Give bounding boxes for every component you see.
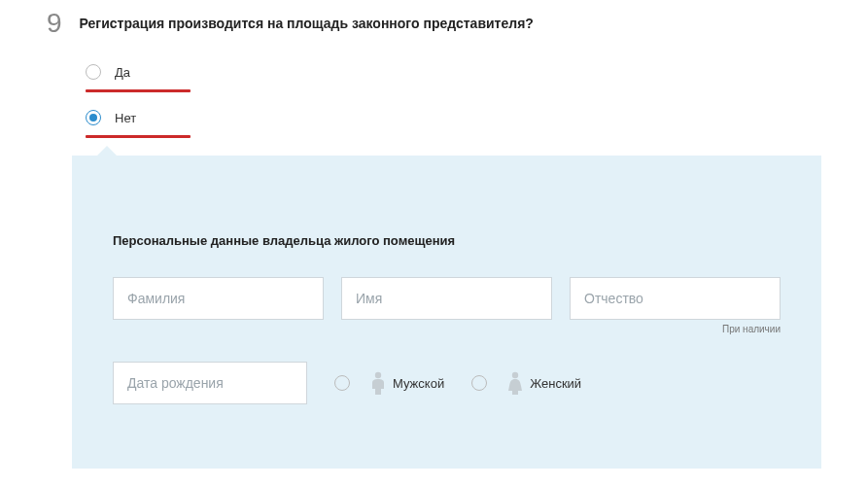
- gender-option-female[interactable]: Женский: [471, 371, 581, 395]
- dob-input[interactable]: [113, 362, 307, 404]
- svg-point-0: [375, 372, 381, 378]
- firstname-input[interactable]: [341, 277, 552, 320]
- radio-label-no: Нет: [115, 111, 136, 125]
- patronymic-input[interactable]: [570, 277, 781, 320]
- patronymic-wrap: При наличии: [570, 277, 781, 334]
- owner-form-panel: Персональные данные владельца жилого пом…: [72, 156, 821, 469]
- radio-label-yes: Да: [115, 65, 130, 80]
- annotation-underline: [86, 89, 191, 92]
- radio-icon: [86, 64, 101, 80]
- gender-label-male: Мужской: [393, 376, 444, 391]
- svg-point-1: [512, 372, 518, 378]
- question-row: 9 Регистрация производится на площадь за…: [0, 0, 868, 37]
- gender-option-male[interactable]: Мужской: [334, 371, 444, 395]
- gender-label-female: Женский: [530, 376, 581, 391]
- lastname-input[interactable]: [113, 277, 324, 320]
- dob-gender-row: Мужской Женский: [113, 362, 781, 404]
- radio-icon: [471, 375, 487, 391]
- question-number: 9: [47, 10, 62, 37]
- patronymic-hint: При наличии: [570, 324, 781, 334]
- name-row: При наличии: [113, 277, 781, 334]
- section-title: Персональные данные владельца жилого пом…: [113, 233, 781, 248]
- gender-group: Мужской Женский: [334, 371, 581, 395]
- annotation-underline: [86, 135, 191, 138]
- male-icon: [369, 371, 387, 395]
- radio-icon: [334, 375, 350, 391]
- female-icon: [506, 371, 524, 395]
- radio-option-yes[interactable]: Да: [86, 64, 868, 80]
- question-text: Регистрация производится на площадь зако…: [80, 10, 534, 34]
- radio-group-representative: Да Нет: [86, 64, 868, 138]
- radio-option-no[interactable]: Нет: [86, 110, 868, 125]
- firstname-wrap: [341, 277, 552, 334]
- radio-icon-selected: [86, 110, 101, 125]
- lastname-wrap: [113, 277, 324, 334]
